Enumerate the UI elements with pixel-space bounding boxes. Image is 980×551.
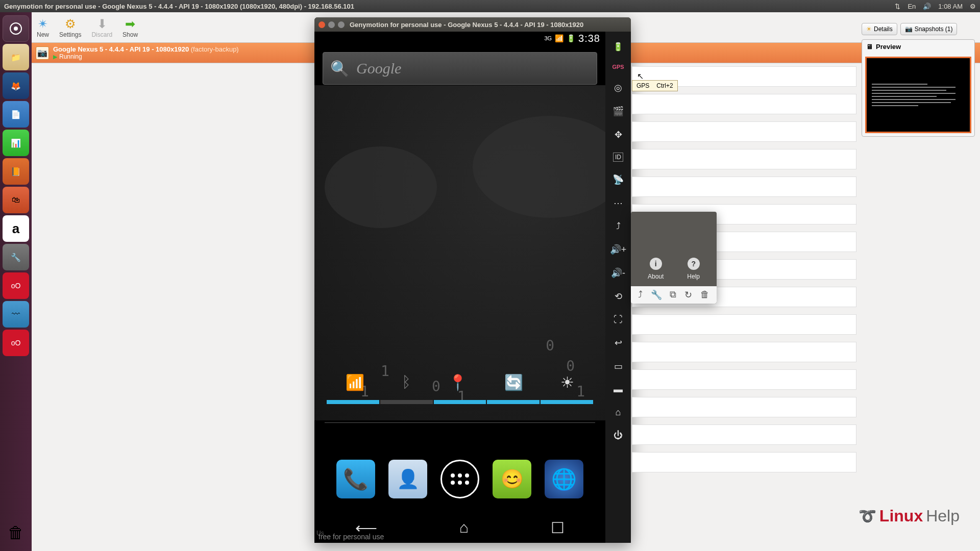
phone-app[interactable]: 📞 bbox=[336, 460, 375, 498]
genymotion-player-icon[interactable]: oO bbox=[3, 330, 29, 356]
phone-widget-icon[interactable]: ⋯ bbox=[614, 197, 623, 209]
cursor: ↖ bbox=[637, 71, 644, 81]
gps-tooltip: GPS Ctrl+2 bbox=[632, 80, 678, 91]
amazon-icon[interactable]: a bbox=[3, 215, 29, 242]
preview-thumbnail[interactable] bbox=[865, 57, 971, 133]
maximize-button[interactable] bbox=[338, 21, 345, 28]
remote-widget-icon[interactable]: ✥ bbox=[615, 129, 622, 140]
right-panel: ☀Details 📷Snapshots (1) 🖥Preview bbox=[862, 23, 975, 137]
dash-icon[interactable] bbox=[3, 15, 29, 42]
battery-widget-icon[interactable]: 🔋 bbox=[613, 42, 623, 52]
calc-icon[interactable]: 📊 bbox=[3, 130, 29, 156]
gear-icon[interactable]: ⚙ bbox=[970, 3, 976, 10]
device-icon: 📷 bbox=[36, 46, 49, 60]
genymotion-icon[interactable]: oO bbox=[3, 272, 29, 299]
share-widget-icon[interactable]: ⤴ bbox=[616, 221, 621, 232]
impress-icon[interactable]: 📙 bbox=[3, 158, 29, 185]
watermark: ➰ LinuxHelp bbox=[859, 507, 960, 525]
wifi-toggle[interactable]: 📶 bbox=[346, 373, 364, 391]
capture-widget-icon[interactable]: 🎬 bbox=[612, 106, 624, 117]
messaging-app[interactable]: 😊 bbox=[493, 460, 531, 498]
help-button[interactable]: ?Help bbox=[687, 258, 700, 280]
tooltip-label: GPS bbox=[636, 82, 649, 89]
monitor-icon[interactable]: 〰 bbox=[3, 301, 29, 328]
rotate-icon[interactable]: ⟲ bbox=[615, 291, 622, 302]
volume-up-icon[interactable]: 🔊+ bbox=[610, 244, 627, 255]
emulator-sidebar: 🔋 GPS ◎ 🎬 ✥ ID 📡 ⋯ ⤴ 🔊+ 🔊- ⟲ ⛶ ↩ ▭ ▬ ⌂ ⏻ bbox=[605, 32, 631, 543]
emulator-title: Genymotion for personal use - Google Nex… bbox=[350, 21, 583, 29]
location-toggle[interactable]: 📍 bbox=[448, 373, 467, 391]
google-search-widget[interactable]: 🔍 Google bbox=[323, 52, 597, 85]
system-settings-icon[interactable]: 🔧 bbox=[3, 244, 29, 270]
network-icon[interactable]: ⇅ bbox=[895, 3, 900, 10]
signal-icon: 📶 bbox=[555, 34, 564, 42]
files-icon[interactable]: 📁 bbox=[3, 44, 29, 70]
browser-app[interactable]: 🌐 bbox=[545, 460, 583, 498]
gps-widget-icon[interactable]: GPS bbox=[612, 64, 624, 70]
brightness-toggle[interactable]: ☀ bbox=[560, 373, 574, 391]
top-menubar: Genymotion for personal use - Google Nex… bbox=[0, 0, 980, 12]
about-help-panel: iAbout ?Help ⤴ 🔧 ⧉ ↻ 🗑 bbox=[631, 212, 717, 304]
signal-label: 3G bbox=[544, 35, 552, 41]
emulator-screen[interactable]: 3G 📶 🔋 3:38 🔍 Google 1 1 0 1 0 1 0 bbox=[314, 32, 605, 543]
keyboard-lang[interactable]: En bbox=[908, 3, 916, 10]
firefox-icon[interactable]: 🦊 bbox=[3, 72, 29, 99]
bluetooth-toggle[interactable]: ᛒ bbox=[402, 373, 411, 391]
unity-launcher: 📁 🦊 📄 📊 📙 🛍 a 🔧 oO 〰 oO 🗑 bbox=[0, 12, 32, 551]
emulator-window: Genymotion for personal use - Google Nex… bbox=[314, 17, 631, 543]
free-label: free for personal use bbox=[318, 533, 384, 541]
app-drawer[interactable] bbox=[440, 460, 479, 498]
recents-button[interactable]: ☐ bbox=[551, 519, 565, 537]
wrench-icon[interactable]: 🔧 bbox=[651, 289, 662, 300]
running-arrow-icon: ▶ bbox=[53, 54, 57, 60]
share-icon[interactable]: ⤴ bbox=[638, 289, 643, 300]
power-control-widget: 📶 ᛒ 📍 🔄 ☀ bbox=[327, 364, 593, 415]
device-text: Google Nexus 5 - 4.4.4 - API 19 - 1080x1… bbox=[53, 45, 239, 60]
power-icon[interactable]: ⏻ bbox=[614, 430, 623, 441]
about-button[interactable]: iAbout bbox=[648, 258, 664, 280]
home-button[interactable]: ⌂ bbox=[459, 519, 469, 536]
preview-panel: 🖥Preview bbox=[862, 39, 975, 137]
writer-icon[interactable]: 📄 bbox=[3, 101, 29, 128]
recent-sb-icon[interactable]: ▭ bbox=[614, 361, 623, 372]
close-button[interactable] bbox=[318, 21, 325, 28]
new-button[interactable]: ✴New bbox=[32, 15, 54, 40]
volume-down-icon[interactable]: 🔊- bbox=[611, 267, 625, 279]
android-status-bar[interactable]: 3G 📶 🔋 3:38 bbox=[314, 32, 605, 45]
settings-button[interactable]: ⚙Settings bbox=[54, 15, 86, 40]
device-backup: (factory-backup) bbox=[191, 45, 239, 53]
contacts-app[interactable]: 👤 bbox=[388, 460, 427, 498]
bottom-hint: Us bbox=[316, 530, 324, 537]
minimize-button[interactable] bbox=[328, 21, 335, 28]
device-status: Running bbox=[59, 53, 82, 60]
id-widget-icon[interactable]: ID bbox=[613, 153, 623, 162]
dock: 📞 👤 😊 🌐 bbox=[314, 454, 605, 505]
emulator-titlebar[interactable]: Genymotion for personal use - Google Nex… bbox=[314, 17, 631, 32]
software-center-icon[interactable]: 🛍 bbox=[3, 187, 29, 213]
trash-icon[interactable]: 🗑 bbox=[700, 289, 709, 300]
pixel-perfect-icon[interactable]: ⛶ bbox=[614, 314, 623, 325]
dock-divider bbox=[325, 422, 595, 423]
snapshots-button[interactable]: 📷Snapshots (1) bbox=[900, 23, 958, 35]
sync-toggle[interactable]: 🔄 bbox=[504, 373, 523, 391]
network-widget-icon[interactable]: 📡 bbox=[612, 174, 624, 185]
menu-sb-icon[interactable]: ▬ bbox=[614, 384, 623, 395]
preview-label: Preview bbox=[876, 43, 901, 51]
back-sb-icon[interactable]: ↩ bbox=[615, 337, 622, 348]
details-button[interactable]: ☀Details bbox=[862, 23, 897, 35]
tooltip-shortcut: Ctrl+2 bbox=[656, 82, 673, 89]
home-sb-icon[interactable]: ⌂ bbox=[616, 407, 621, 418]
monitor-icon: 🖥 bbox=[866, 43, 873, 51]
copy-icon[interactable]: ⧉ bbox=[670, 289, 676, 300]
refresh-icon[interactable]: ↻ bbox=[684, 289, 692, 300]
camera-widget-icon[interactable]: ◎ bbox=[614, 82, 622, 93]
show-button[interactable]: ➡Show bbox=[117, 15, 143, 40]
search-icon: 🔍 bbox=[330, 60, 349, 78]
trash-icon[interactable]: 🗑 bbox=[3, 519, 29, 546]
topbar-indicators: ⇅ En 🔊 1:08 AM ⚙ bbox=[895, 3, 976, 10]
sound-icon[interactable]: 🔊 bbox=[923, 3, 931, 10]
discard-button: ⬇Discard bbox=[86, 15, 117, 40]
clock[interactable]: 1:08 AM bbox=[938, 3, 963, 10]
window-title: Genymotion for personal use - Google Nex… bbox=[4, 3, 895, 10]
popup-toolbar: ⤴ 🔧 ⧉ ↻ 🗑 bbox=[631, 286, 717, 304]
